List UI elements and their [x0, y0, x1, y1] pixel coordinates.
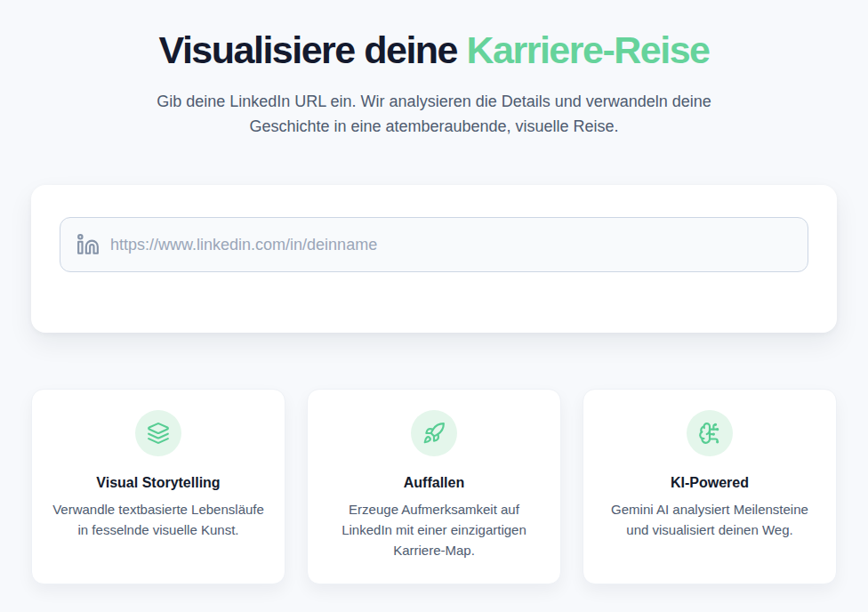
feature-description: Erzeuge Aufmerksamkeit auf LinkedIn mit …	[326, 499, 542, 560]
feature-card-auffallen: Auffallen Erzeuge Aufmerksamkeit auf Lin…	[307, 389, 561, 584]
linkedin-url-card	[31, 185, 837, 333]
page-title-dark: Visualisiere deine	[159, 28, 458, 71]
linkedin-url-input[interactable]	[110, 236, 792, 254]
feature-description: Verwandle textbasierte Lebensläufe in fe…	[50, 499, 267, 540]
hero-subtitle-line-2: Geschichte in eine atemberaubende, visue…	[31, 114, 837, 139]
linkedin-icon	[76, 233, 100, 256]
feature-card-ki-powered: KI-Powered Gemini AI analysiert Meilenst…	[583, 389, 837, 584]
hero-subtitle-line-1: Gib deine LinkedIn URL ein. Wir analysie…	[31, 89, 837, 114]
feature-description: Gemini AI analysiert Meilensteine und vi…	[601, 499, 818, 540]
layers-icon	[135, 410, 181, 456]
page-title-accent: Karriere-Reise	[466, 28, 709, 71]
hero-section: Visualisiere deine Karriere-Reise Gib de…	[31, 27, 837, 139]
landing-page: Visualisiere deine Karriere-Reise Gib de…	[0, 27, 868, 612]
feature-card-visual-storytelling: Visual Storytelling Verwandle textbasier…	[31, 389, 285, 584]
features-section: Visual Storytelling Verwandle textbasier…	[31, 389, 837, 584]
linkedin-url-input-group[interactable]	[60, 217, 808, 272]
feature-title: Visual Storytelling	[50, 475, 267, 491]
feature-title: Auffallen	[326, 475, 542, 491]
hero-subtitle: Gib deine LinkedIn URL ein. Wir analysie…	[31, 89, 837, 139]
brain-circuit-icon	[687, 410, 733, 456]
page-title: Visualisiere deine Karriere-Reise	[31, 27, 837, 73]
feature-title: KI-Powered	[601, 475, 818, 491]
rocket-icon	[411, 410, 457, 456]
